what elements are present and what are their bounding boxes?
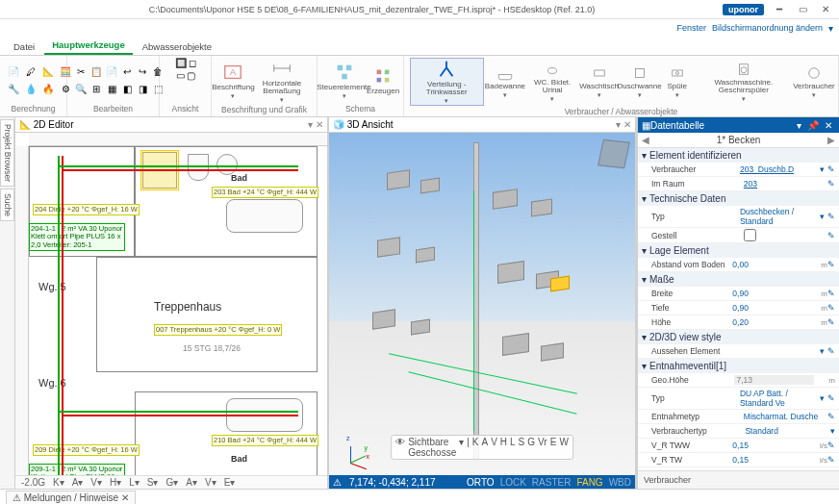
tool-icon[interactable]: 🖊 [23,64,38,80]
erzeugen-button[interactable]: Erzeugen [369,65,397,95]
svg-point-22 [809,68,820,79]
tool-icon[interactable]: 📐 [40,64,56,80]
group-bearbeiten: Bearbeiten [73,103,153,114]
group-ident[interactable]: ▾Element identifizieren [638,148,839,163]
svg-point-15 [548,68,557,74]
dusche-button[interactable]: Duschwanne▾ [620,64,658,99]
svg-rect-16 [594,70,604,76]
verteilung-button[interactable]: Verteilung - Trinkwasser▾ [410,58,484,106]
props-pin[interactable]: 📌 [804,120,822,131]
heating-label-209: 209-1-1 : 2 m² VA 30 Uponor Klett omfort… [29,464,125,475]
group-ansicht: Ansicht [165,103,205,114]
basin [216,154,238,175]
group-beschriftung: Beschriftung und Grafik [217,104,311,115]
prop-imraum[interactable]: 203 [744,179,827,189]
svg-rect-9 [385,70,390,75]
group-entnahme[interactable]: ▾Entnahmeventil[1] [638,359,839,373]
tool-icon[interactable]: 💧 [23,82,38,97]
props-header: Datentabelle [650,120,794,131]
room-treppenhaus [96,257,318,372]
svg-rect-18 [672,70,682,76]
2d-canvas[interactable]: Bad 7,6 203 Bad +24 °C Φgef_H: 444 W 204… [15,133,327,475]
svg-rect-7 [342,73,347,79]
close-button[interactable]: ✕ [816,2,835,17]
bemassung-button[interactable]: Horizontale Bemaßung▾ [253,58,311,104]
selected-3d-object [550,276,570,292]
tool-icon[interactable]: 🔥 [40,82,56,97]
svg-point-19 [675,72,678,75]
group-view[interactable]: ▾2D/3D view style [638,330,839,344]
group-berechnung: Berechnung [6,103,61,114]
3d-statusbar: ⚠7,174; -0,434; 2,117 ORTOLOCKRASTERFANG… [329,475,635,489]
sidetab-projekt[interactable]: Projekt Browser [0,119,14,187]
svg-text:A: A [230,67,237,77]
svg-line-14 [446,67,452,76]
bathtub [226,199,303,233]
svg-rect-6 [345,64,351,70]
gestell-checkbox[interactable] [744,229,756,241]
3d-canvas[interactable]: zxy 👁Sichtbare Geschosse▾|KAVHLSGVrEW [329,133,635,475]
tab-hauptwerkzeuge[interactable]: Hauptwerkzeuge [44,37,133,55]
waschmaschine-button[interactable]: Waschmaschine. Geschirrspüler▾ [696,61,792,103]
brand-logo: uponor [723,4,764,15]
badewanne-button[interactable]: Badewanne▾ [488,64,523,99]
tab-abwasserobjekte[interactable]: Abwasserobjekte [135,38,219,55]
room-label-203: 203 Bad +24 °C Φgef_H: 444 W [212,187,318,198]
steuerelemente-button[interactable]: Steuerelemente▾ [323,62,365,100]
tab-datei[interactable]: Datei [6,38,42,55]
svg-point-21 [741,67,747,73]
window-title: C:\Documents\Uponor HSE 5 DE\08_6-FAMILI… [21,5,723,14]
maximize-button[interactable]: ▭ [793,2,812,17]
group-verbraucher: Verbraucher / Abwasserobjekte [410,106,832,117]
edit-icon[interactable]: ✂ [73,64,89,80]
props-close[interactable]: ✕ [822,120,835,131]
group-lage[interactable]: ▾Lage Element [638,243,839,258]
calc-icon[interactable]: 📄 [6,64,21,80]
svg-line-13 [441,67,446,76]
ruler-vertical [15,146,29,475]
svg-rect-5 [337,64,343,70]
room-label-204: 204 Diele +20 °C Φgef_H: 16 W [33,204,140,215]
pin-icon[interactable]: ▾ ✕ [616,119,631,130]
3d-floor-toolbar[interactable]: 👁Sichtbare Geschosse▾|KAVHLSGVrEW [391,435,573,460]
layout-link[interactable]: Bildschirmanordnung ändern [712,23,823,33]
minimize-button[interactable]: ━ [770,2,789,17]
panel2d-title: 📐 2D Editor [19,119,73,130]
room-label-007: 007 Treppenhaus +20 °C Φgef_H: 0 W [154,324,282,336]
verbraucher-button[interactable]: Verbraucher▾ [796,64,832,99]
prop-verbraucher[interactable]: 203_Duschb.D [740,164,821,174]
group-masse[interactable]: ▾Maße [638,272,839,287]
pin-icon[interactable]: ▾ ✕ [308,119,323,130]
group-schema: Schema [323,103,397,114]
fenster-link[interactable]: Fenster [676,23,706,33]
svg-rect-8 [377,70,382,75]
svg-rect-11 [385,78,390,83]
wc-button[interactable]: WC. Bidet. Urinal▾ [526,61,578,103]
spuele-button[interactable]: Spüle▾ [663,64,692,99]
props-object: 1* Becken [717,135,761,145]
2d-statusbar: -2.0G K▾A▾V▾H▾L▾S▾G▾A▾V▾E▾ [15,475,327,489]
room-label-210: 210 Bad +24 °C Φgef_H: 444 W [212,435,318,446]
svg-rect-10 [377,78,382,83]
panel3d-title: 🧊 3D Ansicht [333,119,394,130]
props-dropdown[interactable]: ▾ [794,120,804,131]
waschtisch-button[interactable]: Waschtisch▾ [582,64,616,99]
sidetab-suche[interactable]: Suche [0,189,14,221]
ruler-horizontal [29,133,327,146]
tab-meldungen[interactable]: ⚠ Meldungen / Hinweise ✕ [6,491,136,504]
room-label-209: 209 Diele +20 °C Φgef_H: 16 W [33,444,140,456]
viewcube[interactable] [597,139,630,168]
beschriftung-button[interactable]: ABeschriftung▾ [217,62,249,100]
tool-icon[interactable]: 🔧 [6,82,21,97]
group-tech[interactable]: ▾Technische Daten [638,191,839,206]
heating-label-204: 204-1-1 : 2 m² VA 30 Uponor Klett omfort… [29,223,125,251]
axes-gizmo: zxy [337,439,366,467]
svg-rect-17 [635,69,644,78]
props-footer: Verbraucher [638,470,839,489]
wc [188,154,209,181]
